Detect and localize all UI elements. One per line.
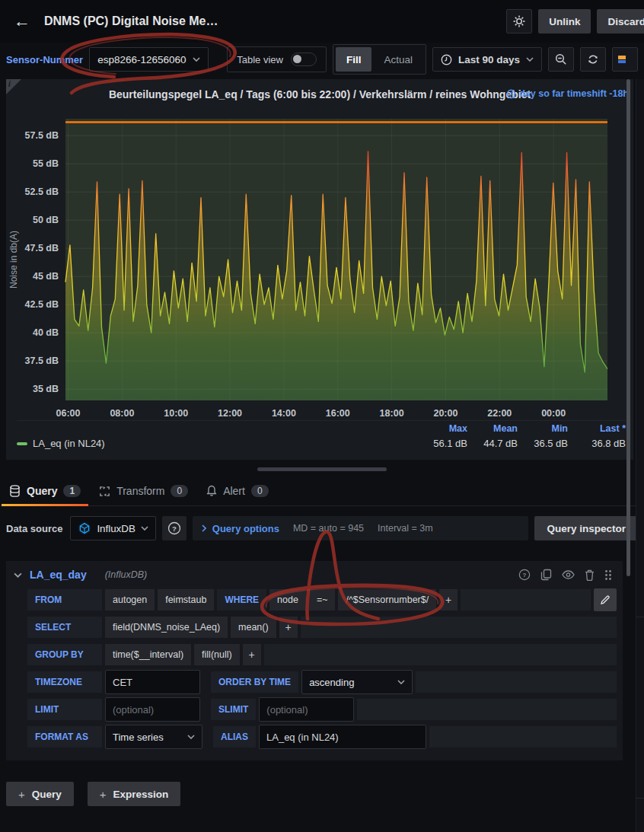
svg-text:?: ? <box>523 572 527 579</box>
datasource-picker[interactable]: InfluxDB <box>70 516 155 540</box>
x-tick-label: 00:00 <box>541 408 566 419</box>
graph-panel: i Beurteilungspegel LA_eq / Tags (6:00 b… <box>6 79 633 460</box>
y-tick-label: 47.5 dB <box>25 243 59 253</box>
query-options-toggle[interactable]: Query options <box>202 523 279 534</box>
series-color-marker <box>17 442 27 445</box>
query-interval: Interval = 3m <box>378 523 433 534</box>
where-operator-segment[interactable]: =~ <box>309 589 336 610</box>
time-range-picker[interactable]: Last 90 days <box>432 47 542 72</box>
pencil-icon <box>600 595 611 605</box>
y-tick-label: 42.5 dB <box>25 299 59 310</box>
timezone-label: TIMEZONE <box>27 671 102 693</box>
time-range-label: Last 90 days <box>458 54 520 65</box>
discard-button[interactable]: Discard <box>597 9 644 33</box>
cut-off-toolbar-button[interactable] <box>612 47 638 72</box>
actual-button[interactable]: Actual <box>373 47 423 72</box>
where-key-segment[interactable]: node <box>269 589 306 610</box>
tab-query-label: Query <box>27 485 57 497</box>
stat-mean: 44.7 dB <box>467 438 518 449</box>
legend-sort-last[interactable]: Last * <box>568 423 626 434</box>
legend-series-toggle[interactable]: LA_eq (in NL24) <box>17 438 417 449</box>
format-as-select[interactable]: Time series <box>105 725 202 749</box>
slimit-input[interactable] <box>259 697 354 722</box>
legend-stats-header: Max Mean Min Last * <box>17 420 626 434</box>
groupby-time-segment[interactable]: time($__interval) <box>105 644 191 665</box>
influxdb-logo <box>78 521 91 535</box>
slimit-label: SLIMIT <box>211 699 256 720</box>
panel-title[interactable]: Beurteilungspegel LA_eq / Tags (6:00 bis… <box>109 88 531 100</box>
groupby-label: GROUP BY <box>27 644 102 665</box>
where-value-segment[interactable]: /^$Sensornumber$/ <box>338 589 436 610</box>
add-query-button[interactable]: + Query <box>6 782 74 806</box>
variable-label: Sensor-Nummer <box>6 54 83 65</box>
legend-sort-min[interactable]: Min <box>518 423 568 434</box>
panel-resize-handle[interactable] <box>257 467 387 471</box>
settings-button[interactable] <box>506 9 532 33</box>
clock-icon <box>441 54 452 65</box>
tab-transform-label: Transform <box>116 485 164 497</box>
tab-transform[interactable]: Transform 0 <box>91 477 196 505</box>
add-groupby-button[interactable]: + <box>243 644 261 665</box>
select-agg-segment[interactable]: mean() <box>231 617 276 638</box>
tab-alert[interactable]: Alert 0 <box>199 477 276 505</box>
hide-query-icon[interactable] <box>562 570 575 579</box>
query-editor-card: LA_eq_day (InfluxDB) ? FROM autogen feim… <box>6 561 623 760</box>
collapse-chevron-icon[interactable] <box>14 572 22 578</box>
select-field-segment[interactable]: field(DNMS_noise_LAeq) <box>105 617 228 638</box>
plot-area[interactable] <box>65 119 607 400</box>
x-tick-label: 16:00 <box>326 408 350 419</box>
groupby-fill-segment[interactable]: fill(null) <box>194 644 240 665</box>
fill-button[interactable]: Fill <box>336 47 372 72</box>
query-inspector-button[interactable]: Query inspector <box>534 516 638 540</box>
limit-input[interactable] <box>105 697 200 722</box>
legend-sort-max[interactable]: Max <box>417 423 467 434</box>
alias-input[interactable] <box>259 725 426 749</box>
add-query-label: Query <box>32 789 62 800</box>
chevron-down-icon <box>141 526 148 531</box>
top-navigation: ← DNMS (PC) Digital Noise Me… Unlink Dis… <box>0 0 644 43</box>
y-tick-label: 50 dB <box>33 215 59 225</box>
orderby-select[interactable]: ascending <box>301 670 413 694</box>
add-select-button[interactable]: + <box>279 617 298 638</box>
zoom-out-button[interactable] <box>548 47 574 72</box>
time-series-chart[interactable]: 57.5 dB55 dB52.5 dB50 dB47.5 dB45 dB42.5… <box>6 110 633 420</box>
tab-query[interactable]: Query 1 <box>2 477 88 505</box>
alias-label: ALIAS <box>213 726 256 748</box>
table-view-toggle[interactable] <box>291 53 317 66</box>
dashboard-title: DNMS (PC) Digital Noise Me… <box>44 14 218 28</box>
add-expression-button[interactable]: + Expression <box>88 782 181 806</box>
query-options-bar: Query options MD = auto = 945 Interval =… <box>193 516 529 540</box>
drag-handle-icon[interactable] <box>604 569 612 581</box>
timeshift-indicator: day so far timeshift -18h <box>506 88 629 99</box>
retention-policy-segment[interactable]: autogen <box>105 589 155 610</box>
limit-label: LIMIT <box>27 699 102 720</box>
datasource-help-button[interactable]: ? <box>162 516 187 540</box>
select-row: SELECT field(DNMS_noise_LAeq) mean() + <box>27 616 617 639</box>
sensor-number-dropdown[interactable]: esp8266-12656060 <box>89 47 208 72</box>
x-tick-label: 18:00 <box>380 408 404 419</box>
chevron-down-icon <box>193 57 200 62</box>
toggle-knob <box>293 55 301 63</box>
duplicate-query-icon[interactable] <box>540 569 552 581</box>
add-condition-button[interactable]: + <box>439 589 457 610</box>
chevron-down-icon <box>397 680 405 684</box>
back-button[interactable]: ← <box>9 13 35 30</box>
x-tick-label: 06:00 <box>56 408 81 419</box>
raw-query-edit-button[interactable] <box>594 588 617 611</box>
x-tick-label: 22:00 <box>487 408 512 419</box>
datasource-name: InfluxDB <box>97 523 135 534</box>
timezone-input[interactable] <box>105 670 200 694</box>
measurement-segment[interactable]: feimstaub <box>158 589 214 610</box>
x-tick-label: 12:00 <box>218 408 242 419</box>
refresh-button[interactable] <box>580 47 606 72</box>
vertical-scrollbar[interactable] <box>626 79 630 576</box>
query-help-icon[interactable]: ? <box>518 569 531 581</box>
bell-icon <box>206 485 217 497</box>
legend-sort-mean[interactable]: Mean <box>467 423 518 434</box>
remove-query-icon[interactable] <box>585 569 595 581</box>
unlink-button[interactable]: Unlink <box>538 9 591 33</box>
query-refid[interactable]: LA_eq_day <box>30 569 87 581</box>
tab-alert-label: Alert <box>223 485 245 497</box>
row-filler <box>461 589 591 610</box>
x-tick-label: 10:00 <box>164 408 188 419</box>
